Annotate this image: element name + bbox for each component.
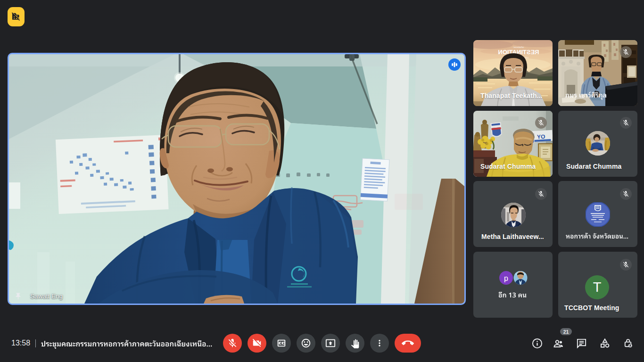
svg-text:p: p xyxy=(504,274,508,282)
svg-text:YO: YO xyxy=(537,133,545,140)
